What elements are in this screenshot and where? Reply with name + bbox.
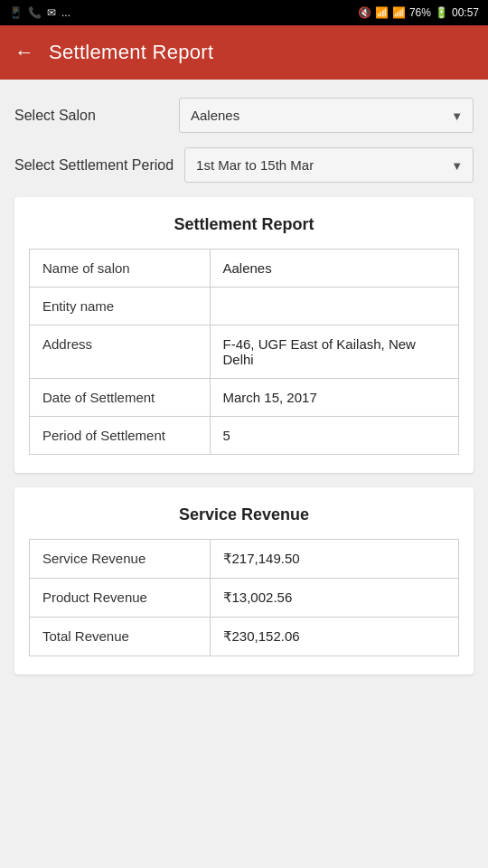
row-label: Address xyxy=(30,326,211,379)
row-value: F-46, UGF East of Kailash, New Delhi xyxy=(210,326,459,379)
wifi-icon: 📶 xyxy=(375,6,389,19)
table-row: AddressF-46, UGF East of Kailash, New De… xyxy=(30,326,459,379)
page-title: Settlement Report xyxy=(49,41,213,64)
status-right-icons: 🔇 📶 📶 76% 🔋 00:57 xyxy=(358,6,479,19)
status-left-icons: 📱 📞 ✉ ... xyxy=(9,6,70,19)
row-label: Period of Settlement xyxy=(30,417,211,455)
main-content: Select Salon Aalenes Salon B Salon C Sel… xyxy=(0,80,488,693)
table-row: Service Revenue₹217,149.50 xyxy=(30,540,459,579)
table-row: Date of SettlementMarch 15, 2017 xyxy=(30,379,459,417)
salon-row: Select Salon Aalenes Salon B Salon C xyxy=(14,98,474,133)
battery-icon: 🔋 xyxy=(435,6,448,19)
time: 00:57 xyxy=(452,6,479,19)
row-value: ₹230,152.06 xyxy=(210,618,459,656)
phone-icon: 📞 xyxy=(28,6,42,19)
table-row: Total Revenue₹230,152.06 xyxy=(30,618,459,656)
table-row: Period of Settlement5 xyxy=(30,417,459,455)
row-value: March 15, 2017 xyxy=(210,379,459,417)
back-button[interactable]: ← xyxy=(14,42,34,62)
more-icon: ... xyxy=(61,6,70,19)
row-label: Product Revenue xyxy=(30,579,211,618)
row-value: ₹217,149.50 xyxy=(210,540,459,579)
salon-label: Select Salon xyxy=(14,108,168,124)
settlement-report-title: Settlement Report xyxy=(29,215,459,234)
row-label: Total Revenue xyxy=(30,618,211,656)
email-icon: ✉ xyxy=(47,6,56,19)
signal-icon: 📶 xyxy=(392,6,406,19)
service-revenue-card: Service Revenue Service Revenue₹217,149.… xyxy=(14,487,474,675)
salon-select[interactable]: Aalenes Salon B Salon C xyxy=(179,98,474,133)
whatsapp-icon: 📱 xyxy=(9,6,23,19)
status-bar: 📱 📞 ✉ ... 🔇 📶 📶 76% 🔋 00:57 xyxy=(0,0,488,25)
settlement-report-table: Name of salonAalenesEntity nameAddressF-… xyxy=(29,249,459,455)
period-dropdown-wrapper[interactable]: 1st Mar to 15th Mar 16th Mar to 31st Mar xyxy=(184,147,474,183)
row-value: Aalenes xyxy=(210,250,459,288)
row-value: ₹13,002.56 xyxy=(210,579,459,618)
table-row: Product Revenue₹13,002.56 xyxy=(30,579,459,618)
battery-text: 76% xyxy=(409,6,431,19)
header: ← Settlement Report xyxy=(0,25,488,80)
settlement-report-card: Settlement Report Name of salonAalenesEn… xyxy=(14,197,474,473)
table-row: Entity name xyxy=(30,288,459,326)
row-label: Name of salon xyxy=(30,250,211,288)
row-label: Service Revenue xyxy=(30,540,211,579)
service-revenue-title: Service Revenue xyxy=(29,505,459,524)
service-revenue-table: Service Revenue₹217,149.50Product Revenu… xyxy=(29,539,459,656)
salon-dropdown-wrapper[interactable]: Aalenes Salon B Salon C xyxy=(179,98,474,133)
period-row: Select Settlement Period 1st Mar to 15th… xyxy=(14,147,474,183)
mute-icon: 🔇 xyxy=(358,6,371,19)
period-label: Select Settlement Period xyxy=(14,157,174,174)
row-label: Date of Settlement xyxy=(30,379,211,417)
table-row: Name of salonAalenes xyxy=(30,250,459,288)
row-value: 5 xyxy=(210,417,459,455)
period-select[interactable]: 1st Mar to 15th Mar 16th Mar to 31st Mar xyxy=(184,147,474,183)
row-label: Entity name xyxy=(30,288,211,326)
row-value xyxy=(210,288,459,326)
